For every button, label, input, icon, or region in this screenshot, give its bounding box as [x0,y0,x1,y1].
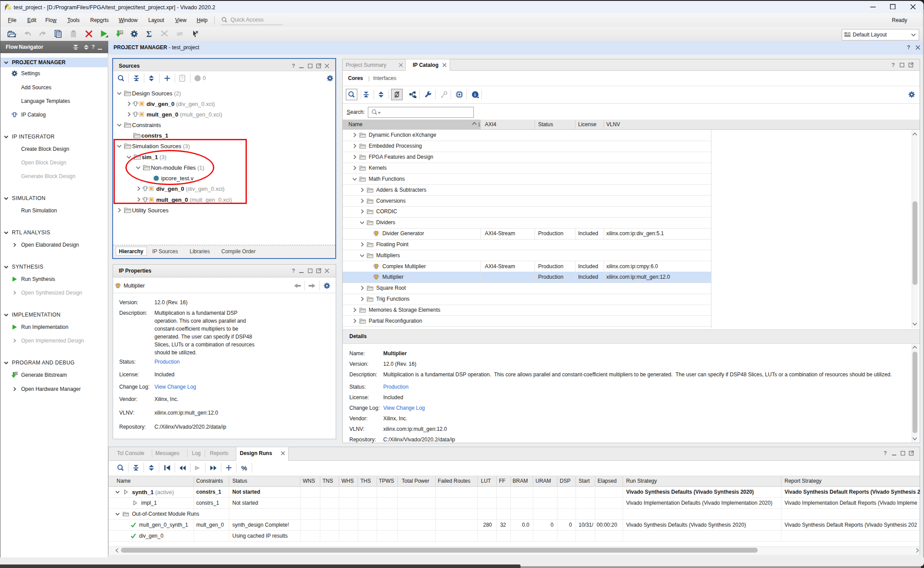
svg-text:01: 01 [121,31,123,34]
svg-text:?: ? [181,76,183,81]
svg-text:i: i [474,92,476,97]
svg-text:Σ: Σ [147,30,152,38]
